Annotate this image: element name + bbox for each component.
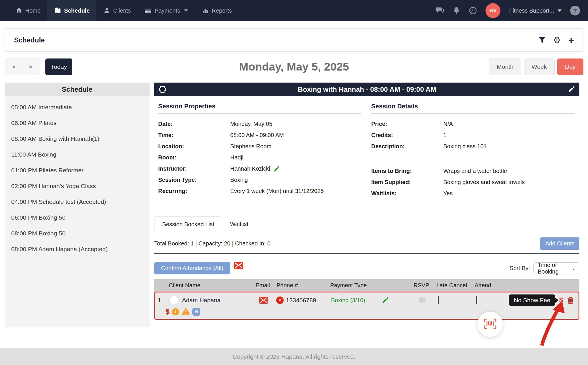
sidebar-session-item[interactable]: 06:00 PM Boxing 50 <box>11 214 147 221</box>
nav-item-payments[interactable]: Payments <box>138 0 195 21</box>
tab-session-booked-list[interactable]: Session Booked List <box>154 216 222 232</box>
detail-value: 1 <box>443 132 446 138</box>
property-value: 08:00 AM - 09:00 AM <box>230 132 284 138</box>
property-row: Time: 08:00 AM - 09:00 AM <box>158 130 361 141</box>
detail-value: Boxing gloves and sweat towels <box>443 179 525 186</box>
navbar-right: SV Fitness Support... ? <box>436 0 588 21</box>
day-view-button[interactable]: Day <box>557 58 583 75</box>
property-row: Date: Monday, May 05 <box>158 118 361 130</box>
print-icon[interactable] <box>159 86 166 93</box>
top-navbar: Home Schedule Clients Payments Reports S… <box>0 0 588 21</box>
session-panel-header: Boxing with Hannah - 08:00 AM - 09:00 AM <box>154 83 579 96</box>
section-heading: Session Properties <box>158 103 361 110</box>
avatar[interactable]: SV <box>486 3 500 18</box>
next-day-button[interactable]: ► <box>22 58 40 75</box>
property-label: Recurring: <box>158 188 230 194</box>
payment-type-value: Boxing (3/10) <box>331 297 365 304</box>
sort-by: Sort By: Time of Booking ⌄ <box>510 262 579 274</box>
property-value: Every 1 week (Mon) until 31/12/2025 <box>230 188 324 194</box>
sort-select[interactable]: Time of Booking ⌄ <box>533 262 579 274</box>
nav-item-clients[interactable]: Clients <box>96 0 138 21</box>
session-title: Boxing with Hannah - 08:00 AM - 09:00 AM <box>166 85 568 93</box>
prev-day-button[interactable]: ◄ <box>5 58 22 75</box>
section-divider <box>158 114 361 114</box>
today-button[interactable]: Today <box>45 58 72 75</box>
sidebar-session-item[interactable]: 06:00 AM Pilates <box>11 120 147 126</box>
scan-barcode-button[interactable] <box>477 312 503 337</box>
nav-items: Home Schedule Clients Payments Reports <box>9 0 239 21</box>
delete-booking-icon[interactable] <box>567 296 574 304</box>
nav-item-home[interactable]: Home <box>9 0 47 21</box>
no-show-fee-tooltip: No Show Fee <box>509 294 555 306</box>
late-cancel-checkbox[interactable] <box>438 296 439 304</box>
property-label: Location: <box>158 143 230 150</box>
schedule-sidebar: Schedule 05:00 AM Intermediate 06:00 AM … <box>5 83 150 327</box>
property-row: Session Type: Boxing <box>158 174 361 186</box>
help-icon[interactable]: ? <box>570 6 580 15</box>
month-view-button[interactable]: Month <box>489 58 521 75</box>
attend-checkbox[interactable] <box>476 296 477 304</box>
week-view-button[interactable]: Week <box>524 58 554 75</box>
detail-label: Description: <box>371 143 443 150</box>
session-panel: Boxing with Hannah - 08:00 AM - 09:00 AM… <box>154 83 579 320</box>
sidebar-session-item[interactable]: 11:00 AM Boxing <box>11 151 147 158</box>
clock-icon[interactable] <box>469 7 477 15</box>
property-label: Room: <box>158 154 230 161</box>
tab-waitlist[interactable]: Waitlist <box>222 216 256 232</box>
property-value: Boxing <box>230 177 248 183</box>
edit-session-icon[interactable] <box>568 86 575 93</box>
page-title: Schedule <box>14 36 45 44</box>
client-name[interactable]: Adam Hapana <box>182 297 220 304</box>
card-icon <box>144 7 152 14</box>
sidebar-session-item[interactable]: 01:00 PM Pilates Reformer <box>11 167 147 174</box>
account-menu[interactable]: Fitness Support... <box>509 7 562 14</box>
gear-icon[interactable]: ⚙ <box>553 36 561 44</box>
detail-label: Price: <box>371 121 443 127</box>
confirm-attendance-button[interactable]: Confirm Attendance (All) <box>154 262 230 274</box>
payment-due-icon[interactable]: $ <box>165 307 169 316</box>
sort-select-value: Time of Booking <box>538 262 572 275</box>
plus-icon[interactable]: + <box>568 35 574 45</box>
email-client-icon[interactable] <box>259 297 268 304</box>
filter-icon[interactable] <box>539 37 546 43</box>
nav-item-label: Reports <box>212 7 232 14</box>
nav-item-label: Clients <box>113 7 131 14</box>
warning-icon[interactable] <box>182 308 190 316</box>
sidebar-session-item[interactable]: 02:00 PM Hannah's Yoga Class <box>11 183 147 190</box>
content: Schedule 05:00 AM Intermediate 06:00 AM … <box>5 83 579 327</box>
client-row-highlighted: 1 Adam Hapana ✕ 123456789 Boxing (3/10) <box>154 292 579 320</box>
chevron-down-icon: ⌄ <box>572 266 576 271</box>
nav-item-schedule[interactable]: Schedule <box>47 0 96 21</box>
property-label: Session Type: <box>158 177 230 183</box>
chart-icon <box>202 7 209 14</box>
chat-icon[interactable] <box>436 7 444 15</box>
sidebar-session-item[interactable]: 08:00 AM Boxing with Hannah(1) <box>11 135 147 142</box>
phone-invalid-icon: ✕ <box>276 296 284 304</box>
bell-icon[interactable] <box>453 7 460 15</box>
charge-fee-icon[interactable]: $ <box>559 296 563 304</box>
add-clients-button[interactable]: Add Clients <box>540 237 579 250</box>
detail-label: Credits: <box>371 132 443 138</box>
sidebar-session-list: 05:00 AM Intermediate 06:00 AM Pilates 0… <box>5 96 150 327</box>
rsvp-checkbox: ✓ <box>419 297 425 303</box>
view-switcher: Month Week Day <box>489 58 583 75</box>
edit-payment-icon[interactable] <box>382 297 389 304</box>
info-icon[interactable]: i <box>172 308 179 315</box>
sidebar-session-item[interactable]: 08:00 PM Adam Hapana (Accepted) <box>11 246 147 253</box>
detail-label: Waitlists: <box>371 190 443 197</box>
nav-item-reports[interactable]: Reports <box>195 0 239 21</box>
property-row: Location: Stephens Room <box>158 141 361 152</box>
home-icon <box>16 7 22 14</box>
sidebar-session-item[interactable]: 05:00 AM Intermediate <box>11 104 147 111</box>
sidebar-session-item[interactable]: 04:00 PM Schedule test (Accepted) <box>11 198 147 205</box>
booking-summary-row: Total Booked: 1 | Capacity: 20 | Checked… <box>154 237 579 250</box>
property-label: Time: <box>158 132 230 138</box>
property-value: Hannah Kozicki <box>230 165 270 172</box>
col-header-email: Email <box>254 282 271 289</box>
detail-label: Item Supplied: <box>371 179 443 186</box>
detail-row: Items to Bring: Wraps and a water bottle <box>371 165 575 177</box>
sidebar-session-item[interactable]: 08:00 PM Boxing 50 <box>11 230 147 237</box>
edit-instructor-icon[interactable] <box>274 166 280 172</box>
booking-count-badge[interactable]: 6 <box>192 308 200 316</box>
email-all-icon[interactable] <box>234 262 243 270</box>
